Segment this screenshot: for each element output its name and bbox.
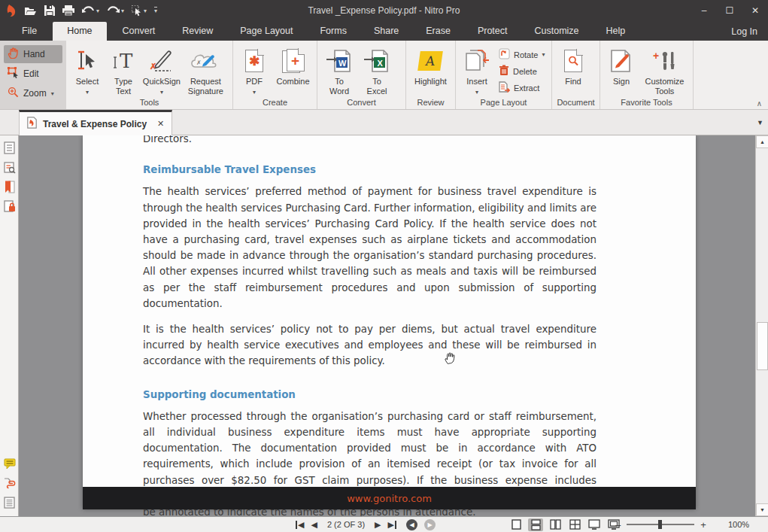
- select-dropdown-arrow[interactable]: ▾: [86, 87, 89, 97]
- hand-tool-button[interactable]: Hand: [4, 45, 62, 63]
- select-tool-dropdown-arrow[interactable]: ▾: [144, 8, 147, 14]
- svg-text:✗: ✗: [150, 62, 156, 71]
- sign-label: Sign: [613, 77, 630, 87]
- menu-forms[interactable]: Forms: [308, 22, 357, 41]
- bookmarks-panel-icon[interactable]: [0, 178, 19, 196]
- fit-page-view-button[interactable]: [587, 518, 602, 531]
- first-page-button[interactable]: ◀: [296, 521, 304, 529]
- document-viewport[interactable]: Directors. Reimbursable Travel Expenses …: [20, 135, 755, 516]
- continuous-facing-view-button[interactable]: [567, 518, 582, 531]
- zoom-slider-handle[interactable]: [658, 520, 662, 529]
- save-button[interactable]: [44, 5, 55, 16]
- zoom-dropdown-arrow[interactable]: ▾: [51, 90, 54, 97]
- select-button[interactable]: Select ▾: [71, 45, 104, 99]
- insert-button[interactable]: Insert ▾: [460, 45, 493, 99]
- select-icon: [77, 47, 98, 75]
- signatures-panel-icon[interactable]: [0, 494, 19, 512]
- highlight-button[interactable]: A Highlight: [411, 45, 451, 88]
- maximize-button[interactable]: ☐: [717, 0, 742, 21]
- to-word-button[interactable]: W To Word: [322, 45, 357, 98]
- zoom-out-button[interactable]: –: [615, 519, 621, 530]
- request-signature-button[interactable]: ✗ Request Signature: [184, 45, 228, 98]
- redo-button[interactable]: ▾: [107, 6, 124, 16]
- to-excel-button[interactable]: X To Excel: [360, 45, 394, 98]
- nitro-logo-icon: [6, 4, 17, 17]
- type-text-button[interactable]: T Type Text: [107, 45, 140, 98]
- page-indicator[interactable]: 2 (2 OF 3): [324, 520, 368, 529]
- security-panel-icon[interactable]: [0, 197, 19, 215]
- pdf-button[interactable]: ✱ PDF ▾: [238, 45, 271, 99]
- zoom-slider[interactable]: [627, 524, 694, 525]
- menu-convert[interactable]: Convert: [111, 22, 167, 41]
- request-signature-icon: ✗: [190, 47, 221, 75]
- quicksign-dropdown-arrow[interactable]: ▾: [160, 87, 163, 97]
- attachments-panel-icon[interactable]: [0, 474, 19, 492]
- menu-protect[interactable]: Protect: [466, 22, 519, 41]
- close-button[interactable]: ✕: [742, 0, 768, 21]
- next-view-button[interactable]: ▶: [424, 519, 436, 530]
- find-button[interactable]: Find: [557, 45, 590, 88]
- scroll-up-button[interactable]: ▲: [756, 135, 768, 148]
- insert-dropdown-arrow[interactable]: ▾: [475, 87, 478, 97]
- minimize-button[interactable]: –: [691, 0, 717, 21]
- extract-button[interactable]: Extract: [496, 81, 547, 95]
- scrollbar-thumb[interactable]: [757, 322, 768, 370]
- menu-share[interactable]: Share: [363, 22, 410, 41]
- sign-button[interactable]: Sign: [605, 45, 638, 88]
- collapse-ribbon-button[interactable]: ∧: [757, 99, 762, 108]
- customize-tools-button[interactable]: + Customize Tools: [641, 45, 688, 98]
- favorite-tools-group: Sign + Customize Tools Favorite Tools: [600, 41, 694, 109]
- continuous-view-button[interactable]: [528, 518, 543, 531]
- redo-dropdown-arrow[interactable]: ▾: [121, 8, 124, 14]
- section-heading-reimbursable: Reimbursable Travel Expenses: [143, 162, 596, 178]
- favorite-tools-group-label: Favorite Tools: [600, 98, 693, 107]
- review-group: A Highlight Review: [406, 41, 456, 109]
- facing-pages-view-button[interactable]: [548, 518, 563, 531]
- customize-qat-button[interactable]: ▾: [154, 7, 157, 14]
- document-tab-label: Travel & Expense Policy: [43, 119, 147, 129]
- menu-home[interactable]: Home: [53, 22, 106, 41]
- rotate-button[interactable]: Rotate ▾: [496, 47, 547, 62]
- menu-erase[interactable]: Erase: [414, 22, 462, 41]
- pages-panel-icon[interactable]: [0, 138, 19, 157]
- zoom-level-value[interactable]: 100%: [728, 520, 749, 529]
- menu-help[interactable]: Help: [595, 22, 637, 41]
- menu-file[interactable]: File: [11, 22, 48, 41]
- select-tool-quick-button[interactable]: ▾: [132, 5, 147, 17]
- tab-list-dropdown-arrow[interactable]: ▼: [757, 119, 763, 126]
- edit-tool-button[interactable]: Edit: [4, 65, 62, 83]
- comments-panel-icon[interactable]: [0, 454, 19, 473]
- zoom-in-button[interactable]: +: [700, 519, 706, 530]
- menu-review[interactable]: Review: [171, 22, 224, 41]
- scroll-down-button[interactable]: ▼: [756, 503, 768, 516]
- find-label: Find: [565, 77, 581, 87]
- ribbon-tab-bar: File Home Convert Review Page Layout For…: [0, 21, 768, 41]
- document-group: Find Document: [552, 41, 600, 109]
- search-results-panel-icon[interactable]: [0, 158, 19, 176]
- print-button[interactable]: [62, 5, 74, 16]
- quicksign-button[interactable]: ✗ QuickSign ▾: [143, 45, 181, 99]
- vertical-scrollbar[interactable]: ▲ ▼: [755, 135, 768, 516]
- svg-text:W: W: [338, 59, 347, 68]
- delete-button[interactable]: Delete: [496, 64, 547, 78]
- rotate-dropdown-arrow[interactable]: ▾: [542, 51, 545, 58]
- log-in-button[interactable]: Log In: [731, 26, 757, 37]
- zoom-tool-button[interactable]: Zoom ▾: [4, 84, 62, 102]
- titlebar: ▾ ▾ ▾ ▾ Travel _Expense Policy.pdf - Nit…: [0, 0, 768, 21]
- next-page-button[interactable]: ▶: [375, 521, 381, 529]
- previous-page-button[interactable]: ◀: [311, 521, 317, 529]
- open-file-button[interactable]: [24, 6, 37, 16]
- combine-button[interactable]: + Combine: [274, 45, 312, 88]
- menu-page-layout[interactable]: Page Layout: [229, 22, 304, 41]
- tab-close-icon[interactable]: ✕: [157, 119, 164, 129]
- pdf-dropdown-arrow[interactable]: ▾: [253, 87, 256, 97]
- undo-button[interactable]: ▾: [82, 6, 99, 16]
- hand-tool-label: Hand: [23, 49, 45, 59]
- single-page-view-button[interactable]: [508, 518, 524, 531]
- page-navigation: ◀ ◀ 2 (2 OF 3) ▶ ▶ ◀ ▶: [296, 519, 436, 530]
- menu-customize[interactable]: Customize: [524, 22, 590, 41]
- last-page-button[interactable]: ▶: [388, 521, 396, 529]
- previous-view-button[interactable]: ◀: [406, 519, 417, 530]
- undo-dropdown-arrow[interactable]: ▾: [96, 8, 99, 14]
- document-tab[interactable]: Travel & Expense Policy ✕: [19, 110, 172, 135]
